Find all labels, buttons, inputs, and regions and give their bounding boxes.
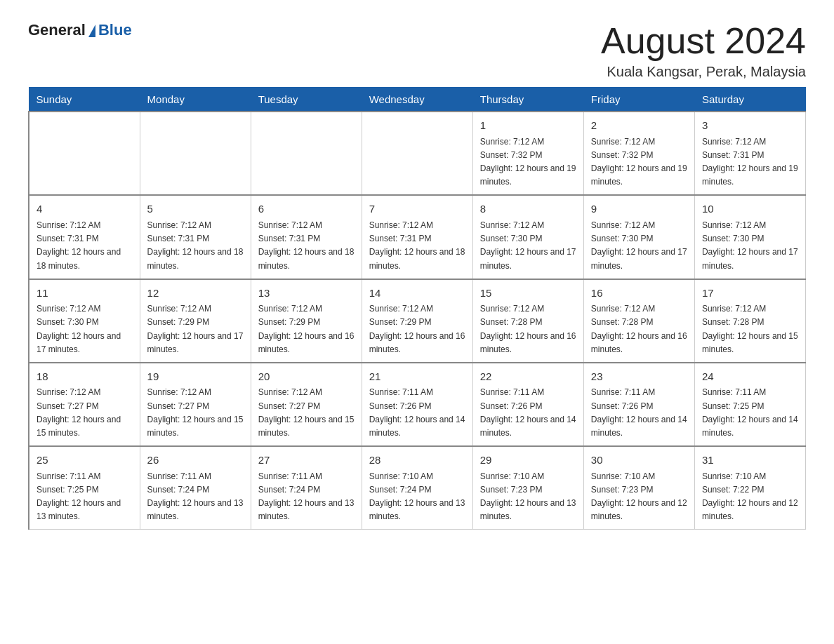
weekday-header-tuesday: Tuesday (251, 88, 362, 112)
calendar-cell: 13Sunrise: 7:12 AMSunset: 7:29 PMDayligh… (251, 279, 362, 363)
day-number: 14 (369, 286, 465, 302)
weekday-header-monday: Monday (140, 88, 251, 112)
weekday-header-sunday: Sunday (29, 88, 140, 112)
day-info: Sunrise: 7:12 AMSunset: 7:27 PMDaylight:… (147, 386, 244, 440)
day-number: 2 (591, 118, 687, 134)
day-number: 4 (37, 201, 133, 217)
day-info: Sunrise: 7:12 AMSunset: 7:31 PMDaylight:… (702, 135, 798, 189)
day-info: Sunrise: 7:11 AMSunset: 7:25 PMDaylight:… (702, 386, 798, 440)
day-info: Sunrise: 7:12 AMSunset: 7:30 PMDaylight:… (480, 219, 576, 273)
day-number: 23 (591, 369, 687, 385)
day-number: 19 (147, 369, 244, 385)
day-info: Sunrise: 7:10 AMSunset: 7:22 PMDaylight:… (702, 470, 798, 524)
week-row-2: 4Sunrise: 7:12 AMSunset: 7:31 PMDaylight… (29, 195, 806, 279)
day-number: 29 (480, 452, 576, 469)
day-info: Sunrise: 7:12 AMSunset: 7:29 PMDaylight:… (369, 302, 465, 356)
calendar-cell: 31Sunrise: 7:10 AMSunset: 7:22 PMDayligh… (694, 446, 805, 530)
day-info: Sunrise: 7:12 AMSunset: 7:30 PMDaylight:… (702, 219, 798, 273)
day-number: 21 (369, 369, 465, 385)
calendar-cell: 16Sunrise: 7:12 AMSunset: 7:28 PMDayligh… (583, 279, 694, 363)
calendar-cell: 14Sunrise: 7:12 AMSunset: 7:29 PMDayligh… (362, 279, 472, 363)
day-info: Sunrise: 7:11 AMSunset: 7:26 PMDaylight:… (591, 386, 687, 440)
weekday-header-friday: Friday (583, 88, 694, 112)
day-info: Sunrise: 7:12 AMSunset: 7:28 PMDaylight:… (702, 302, 798, 356)
calendar-cell: 25Sunrise: 7:11 AMSunset: 7:25 PMDayligh… (29, 446, 140, 530)
day-info: Sunrise: 7:12 AMSunset: 7:27 PMDaylight:… (258, 386, 355, 440)
calendar-cell (140, 112, 251, 195)
day-number: 11 (37, 286, 133, 302)
weekday-header-row: SundayMondayTuesdayWednesdayThursdayFrid… (29, 88, 806, 112)
day-info: Sunrise: 7:12 AMSunset: 7:32 PMDaylight:… (591, 135, 687, 189)
day-info: Sunrise: 7:12 AMSunset: 7:31 PMDaylight:… (147, 219, 244, 273)
day-number: 8 (480, 201, 576, 217)
calendar-cell: 26Sunrise: 7:11 AMSunset: 7:24 PMDayligh… (140, 446, 251, 530)
day-info: Sunrise: 7:12 AMSunset: 7:31 PMDaylight:… (369, 219, 465, 273)
calendar-cell: 29Sunrise: 7:10 AMSunset: 7:23 PMDayligh… (472, 446, 583, 530)
page-header: General Blue August 2024 Kuala Kangsar, … (28, 21, 806, 80)
calendar-cell: 9Sunrise: 7:12 AMSunset: 7:30 PMDaylight… (583, 195, 694, 279)
day-info: Sunrise: 7:12 AMSunset: 7:29 PMDaylight:… (147, 302, 244, 356)
calendar-cell: 11Sunrise: 7:12 AMSunset: 7:30 PMDayligh… (29, 279, 140, 363)
day-number: 20 (258, 369, 355, 385)
calendar-cell: 5Sunrise: 7:12 AMSunset: 7:31 PMDaylight… (140, 195, 251, 279)
day-info: Sunrise: 7:11 AMSunset: 7:26 PMDaylight:… (480, 386, 576, 440)
day-number: 16 (591, 286, 687, 302)
day-number: 28 (369, 452, 465, 469)
day-number: 24 (702, 369, 798, 385)
calendar-cell: 7Sunrise: 7:12 AMSunset: 7:31 PMDaylight… (362, 195, 472, 279)
day-info: Sunrise: 7:11 AMSunset: 7:26 PMDaylight:… (369, 386, 465, 440)
calendar-cell (251, 112, 362, 195)
day-number: 3 (702, 118, 798, 134)
day-number: 27 (258, 452, 355, 469)
calendar-cell (29, 112, 140, 195)
calendar-cell: 27Sunrise: 7:11 AMSunset: 7:24 PMDayligh… (251, 446, 362, 530)
main-title: August 2024 (601, 21, 806, 61)
day-number: 30 (591, 452, 687, 469)
day-number: 15 (480, 286, 576, 302)
day-number: 10 (702, 201, 798, 217)
day-info: Sunrise: 7:11 AMSunset: 7:24 PMDaylight:… (258, 470, 355, 524)
day-number: 1 (480, 118, 576, 134)
calendar-cell: 19Sunrise: 7:12 AMSunset: 7:27 PMDayligh… (140, 363, 251, 446)
calendar-cell: 1Sunrise: 7:12 AMSunset: 7:32 PMDaylight… (472, 112, 583, 195)
calendar-cell: 3Sunrise: 7:12 AMSunset: 7:31 PMDaylight… (694, 112, 805, 195)
calendar-cell (362, 112, 472, 195)
day-number: 5 (147, 201, 244, 217)
logo-blue-text: Blue (98, 21, 132, 39)
calendar-cell: 21Sunrise: 7:11 AMSunset: 7:26 PMDayligh… (362, 363, 472, 446)
day-info: Sunrise: 7:11 AMSunset: 7:24 PMDaylight:… (147, 470, 244, 524)
weekday-header-thursday: Thursday (472, 88, 583, 112)
week-row-1: 1Sunrise: 7:12 AMSunset: 7:32 PMDaylight… (29, 112, 806, 195)
calendar-cell: 10Sunrise: 7:12 AMSunset: 7:30 PMDayligh… (694, 195, 805, 279)
day-number: 18 (37, 369, 133, 385)
day-number: 26 (147, 452, 244, 469)
day-number: 31 (702, 452, 798, 469)
week-row-3: 11Sunrise: 7:12 AMSunset: 7:30 PMDayligh… (29, 279, 806, 363)
calendar-cell: 22Sunrise: 7:11 AMSunset: 7:26 PMDayligh… (472, 363, 583, 446)
calendar-cell: 12Sunrise: 7:12 AMSunset: 7:29 PMDayligh… (140, 279, 251, 363)
calendar-cell: 6Sunrise: 7:12 AMSunset: 7:31 PMDaylight… (251, 195, 362, 279)
day-info: Sunrise: 7:12 AMSunset: 7:32 PMDaylight:… (480, 135, 576, 189)
calendar-cell: 15Sunrise: 7:12 AMSunset: 7:28 PMDayligh… (472, 279, 583, 363)
day-info: Sunrise: 7:11 AMSunset: 7:25 PMDaylight:… (37, 470, 133, 524)
day-info: Sunrise: 7:10 AMSunset: 7:23 PMDaylight:… (480, 470, 576, 524)
calendar-cell: 28Sunrise: 7:10 AMSunset: 7:24 PMDayligh… (362, 446, 472, 530)
day-number: 13 (258, 286, 355, 302)
calendar-cell: 20Sunrise: 7:12 AMSunset: 7:27 PMDayligh… (251, 363, 362, 446)
calendar-cell: 4Sunrise: 7:12 AMSunset: 7:31 PMDaylight… (29, 195, 140, 279)
week-row-4: 18Sunrise: 7:12 AMSunset: 7:27 PMDayligh… (29, 363, 806, 446)
day-number: 25 (37, 452, 133, 469)
calendar-cell: 24Sunrise: 7:11 AMSunset: 7:25 PMDayligh… (694, 363, 805, 446)
calendar-cell: 30Sunrise: 7:10 AMSunset: 7:23 PMDayligh… (583, 446, 694, 530)
day-info: Sunrise: 7:12 AMSunset: 7:31 PMDaylight:… (37, 219, 133, 273)
day-info: Sunrise: 7:12 AMSunset: 7:31 PMDaylight:… (258, 219, 355, 273)
day-info: Sunrise: 7:12 AMSunset: 7:29 PMDaylight:… (258, 302, 355, 356)
day-number: 9 (591, 201, 687, 217)
calendar-table: SundayMondayTuesdayWednesdayThursdayFrid… (28, 87, 806, 530)
day-info: Sunrise: 7:10 AMSunset: 7:24 PMDaylight:… (369, 470, 465, 524)
calendar-cell: 2Sunrise: 7:12 AMSunset: 7:32 PMDaylight… (583, 112, 694, 195)
day-number: 22 (480, 369, 576, 385)
day-info: Sunrise: 7:12 AMSunset: 7:30 PMDaylight:… (37, 302, 133, 356)
day-info: Sunrise: 7:12 AMSunset: 7:27 PMDaylight:… (37, 386, 133, 440)
day-number: 6 (258, 201, 355, 217)
